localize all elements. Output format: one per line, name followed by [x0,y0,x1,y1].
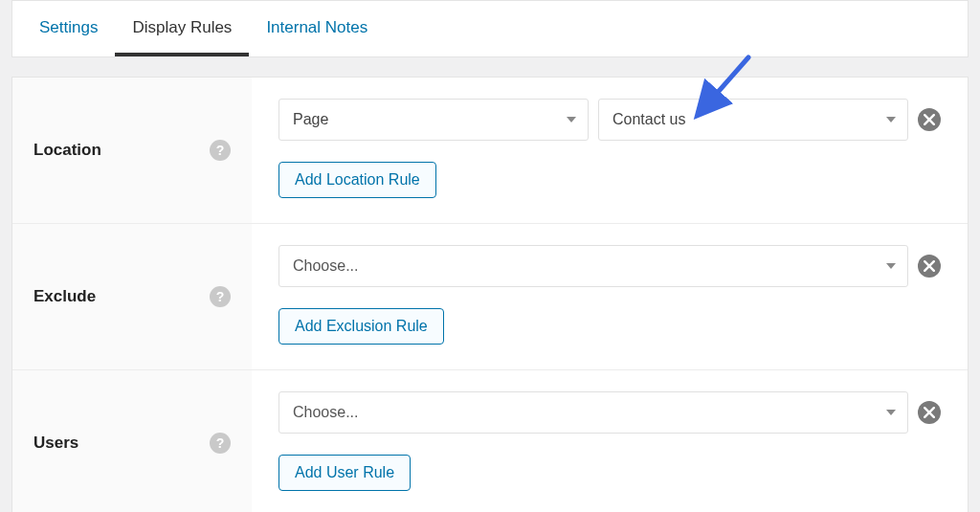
add-location-rule-button[interactable]: Add Location Rule [278,162,436,198]
close-icon [924,407,935,418]
help-icon[interactable]: ? [210,433,231,454]
close-icon [924,114,935,125]
row-label-users: Users ? [12,370,252,512]
tab-display-rules[interactable]: Display Rules [115,1,249,56]
chevron-down-icon [886,263,896,269]
chevron-down-icon [886,410,896,415]
location-value-select[interactable]: Contact us [598,99,908,141]
location-value: Contact us [612,111,685,128]
users-select[interactable]: Choose... [278,391,908,434]
label-exclude: Exclude [33,287,96,306]
chevron-down-icon [567,117,576,122]
add-user-rule-button[interactable]: Add User Rule [278,455,411,491]
tabs-bar: Settings Display Rules Internal Notes [11,0,969,57]
remove-user-rule-button[interactable] [918,401,941,424]
label-location: Location [33,141,101,160]
remove-location-rule-button[interactable] [918,108,941,131]
row-label-location: Location ? [12,78,252,223]
remove-exclude-rule-button[interactable] [918,255,941,278]
tab-internal-notes[interactable]: Internal Notes [249,1,385,56]
row-location: Location ? Page Contact us [12,78,968,224]
row-exclude: Exclude ? Choose... Add Exclusion Rule [12,224,968,370]
add-exclusion-rule-button[interactable]: Add Exclusion Rule [278,308,444,345]
help-icon[interactable]: ? [210,140,231,161]
row-label-exclude: Exclude ? [12,224,252,369]
location-type-value: Page [293,111,328,128]
exclude-select[interactable]: Choose... [278,245,908,287]
help-icon[interactable]: ? [210,286,231,307]
label-users: Users [33,434,78,453]
close-icon [924,260,935,272]
location-type-select[interactable]: Page [278,99,589,141]
display-rules-panel: Location ? Page Contact us [11,77,969,512]
tab-settings[interactable]: Settings [22,1,115,56]
users-placeholder: Choose... [293,404,358,421]
row-users: Users ? Choose... Add User Rule [12,370,968,512]
chevron-down-icon [886,117,896,122]
exclude-placeholder: Choose... [293,257,358,275]
